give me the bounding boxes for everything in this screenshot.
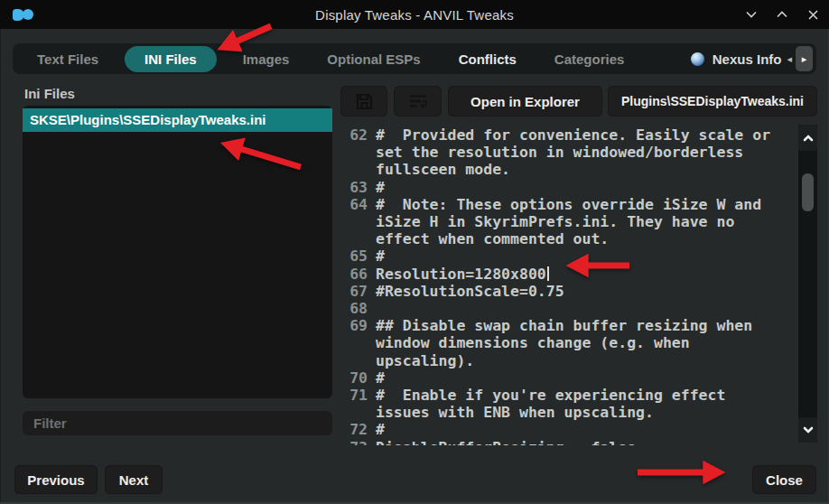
editor-line: 72# (340, 421, 792, 438)
list-item-selected-ini[interactable]: SKSE\Plugins\SSEDisplayTweaks.ini (23, 108, 332, 132)
word-wrap-icon (409, 94, 427, 108)
save-button[interactable] (340, 86, 387, 117)
tab-scroll-left-icon[interactable]: ◂ (787, 53, 792, 65)
scroll-down-icon[interactable] (798, 417, 817, 443)
open-in-explorer-button[interactable]: Open in Explorer (448, 86, 602, 117)
file-path-field[interactable]: Plugins\SSEDisplayTweaks.ini (608, 86, 817, 117)
scrollbar-thumb[interactable] (802, 173, 814, 211)
tab-text-files[interactable]: Text Files (18, 51, 117, 67)
editor-line: 70# (340, 369, 792, 387)
editor-line: 73DisableBufferResizing = false (340, 439, 792, 445)
editor-line: 64# Note: These options override iSize W… (340, 196, 792, 248)
scroll-up-icon[interactable] (798, 125, 817, 151)
editor-line: 65# (340, 247, 792, 265)
close-button[interactable]: Close (752, 465, 816, 494)
editor-line-resolution: 66Resolution=1280x800 (340, 266, 792, 283)
app-window: Display Tweaks - ANVIL Tweaks Text Files… (0, 0, 829, 504)
tab-nexus-info[interactable]: Nexus Info (691, 51, 782, 67)
title-bar: Display Tweaks - ANVIL Tweaks (0, 0, 829, 29)
ini-editor[interactable]: 62# Provided for convenience. Easily sca… (340, 125, 792, 445)
globe-icon (691, 52, 704, 66)
tab-optional-esps[interactable]: Optional ESPs (308, 51, 439, 67)
minimize-icon[interactable] (742, 5, 760, 23)
editor-scrollbar[interactable] (798, 125, 817, 443)
editor-line: 63# (340, 179, 792, 196)
word-wrap-button[interactable] (394, 86, 442, 117)
tab-categories[interactable]: Categories (536, 51, 644, 67)
editor-line: 69## Disable swap chain buffer resizing … (340, 317, 792, 369)
editor-line: 62# Provided for convenience. Easily sca… (340, 126, 792, 179)
editor-line: 68 (340, 300, 792, 317)
tab-images[interactable]: Images (224, 51, 309, 67)
next-button[interactable]: Next (105, 465, 163, 494)
previous-button[interactable]: Previous (14, 465, 98, 494)
ini-files-heading: Ini Files (24, 86, 75, 101)
tab-conflicts[interactable]: Conflicts (440, 51, 536, 67)
editor-line: 71# Enable if you're experiencing effect… (340, 387, 792, 421)
ini-file-list: SKSE\Plugins\SSEDisplayTweaks.ini (23, 106, 332, 398)
maximize-icon[interactable] (773, 5, 791, 23)
editor-line: 67#ResolutionScale=0.75 (340, 283, 792, 300)
text-caret (547, 266, 549, 281)
filter-input[interactable] (23, 411, 332, 435)
tab-ini-files[interactable]: INI Files (125, 46, 217, 72)
tab-bar: Text Files INI Files Images Optional ESP… (13, 43, 816, 74)
close-window-icon[interactable] (804, 5, 822, 23)
save-icon (356, 93, 373, 110)
window-title: Display Tweaks - ANVIL Tweaks (0, 7, 829, 23)
tab-scroll-right-icon[interactable]: ▸ (796, 46, 813, 71)
